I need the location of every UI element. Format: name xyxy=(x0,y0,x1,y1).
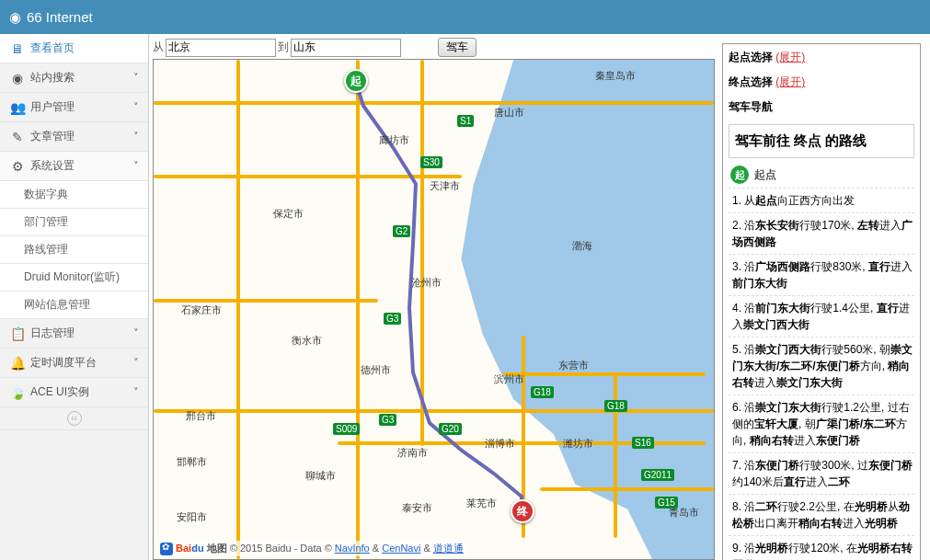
sidebar-item-4[interactable]: ⚙系统设置˅ xyxy=(0,152,148,181)
map-canvas[interactable]: 起 终 秦皇岛市唐山市廊坊市天津市保定市沧州市石家庄市衡水市德州市邢台市滨州市东… xyxy=(153,59,715,560)
nav-icon: ◉ xyxy=(9,71,26,86)
to-label: 到 xyxy=(278,40,289,55)
city-label: 秦皇岛市 xyxy=(595,69,636,83)
city-label: 莱芜市 xyxy=(466,497,497,510)
city-label: 天津市 xyxy=(430,179,460,193)
cennavi-link[interactable]: CenNavi xyxy=(382,543,420,554)
directions-panel: 起点选择 (展开) 终点选择 (展开) 驾车导航 驾车前往 终点 的路线 起 起… xyxy=(722,43,921,560)
route-title: 驾车前往 终点 的路线 xyxy=(729,124,914,158)
city-label: 聊城市 xyxy=(305,469,336,483)
nav-icon: 🔔 xyxy=(9,356,26,371)
baidu-paw-icon xyxy=(160,543,173,555)
app-body: 🖥查看首页◉站内搜索˅👥用户管理˅✎文章管理˅⚙系统设置˅数据字典部门管理路线管… xyxy=(0,34,930,560)
daodaotong-link[interactable]: 道道通 xyxy=(433,543,464,554)
globe-icon: ◉ xyxy=(9,9,21,26)
chevron-down-icon: ˅ xyxy=(133,72,139,84)
step-item[interactable]: 从起点向正西方向出发 xyxy=(729,188,914,212)
end-marker[interactable]: 终 xyxy=(511,499,534,523)
nav-label-row: 驾车导航 xyxy=(729,99,914,115)
end-expand-link[interactable]: (展开) xyxy=(775,75,805,88)
nav-label: 日志管理 xyxy=(30,326,133,341)
sidebar-subitem-4-3[interactable]: Druid Monitor(监听) xyxy=(0,264,148,291)
from-input[interactable] xyxy=(166,39,276,57)
nav-icon: 🍃 xyxy=(9,385,26,400)
sidebar-item-7[interactable]: 🍃ACE UI实例˅ xyxy=(0,378,148,407)
highway-badge: S16 xyxy=(632,437,654,449)
map-copyright: Baidu 地图 © 2015 Baidu - Data © NavInfo &… xyxy=(157,541,466,556)
city-label: 保定市 xyxy=(273,207,304,221)
route-search-bar: 从 到 驾车 xyxy=(153,38,715,57)
sidebar-item-6[interactable]: 🔔定时调度平台˅ xyxy=(0,349,148,378)
highway-badge: G2 xyxy=(393,225,410,237)
city-label: 安阳市 xyxy=(177,510,207,524)
start-marker[interactable]: 起 xyxy=(344,69,368,93)
sidebar-subitem-4-1[interactable]: 部门管理 xyxy=(0,209,148,236)
chevron-down-icon: ˅ xyxy=(133,101,139,113)
nav-icon: 🖥 xyxy=(9,41,26,56)
highway-badge: G15 xyxy=(655,497,678,509)
drive-button[interactable]: 驾车 xyxy=(438,38,476,57)
sidebar-item-3[interactable]: ✎文章管理˅ xyxy=(0,122,148,152)
city-label: 渤海 xyxy=(572,239,592,253)
to-input[interactable] xyxy=(291,39,401,57)
end-select-row: 终点选择 (展开) xyxy=(729,74,914,90)
nav-label: 查看首页 xyxy=(30,40,139,56)
step-item[interactable]: 沿二环行驶2.2公里, 在光明桥从劲松桥出口离开稍向右转进入光明桥 xyxy=(729,494,914,535)
step-item[interactable]: 沿东长安街行驶170米, 左转进入广场西侧路 xyxy=(729,212,914,254)
city-label: 泰安市 xyxy=(402,501,432,515)
highway-badge: G3 xyxy=(379,414,396,426)
step-item[interactable]: 沿崇文门西大街行驶560米, 朝崇文门东大街/东二环/东便门桥方向, 稍向右转进… xyxy=(729,337,914,394)
step-item[interactable]: 沿崇文门东大街行驶1.2公里, 过右侧的宝轩大厦, 朝广渠门桥/东二环方向, 稍… xyxy=(729,394,914,452)
step-item[interactable]: 沿广场西侧路行驶830米, 直行进入前门东大街 xyxy=(729,254,914,295)
map-area: 从 到 驾车 xyxy=(149,34,715,560)
city-label: 德州市 xyxy=(361,363,391,377)
nav-label: 文章管理 xyxy=(30,129,133,144)
step-item[interactable]: 沿光明桥行驶120米, 在光明桥右转匝道 xyxy=(729,535,914,560)
start-expand-link[interactable]: (展开) xyxy=(775,51,805,63)
from-label: 从 xyxy=(153,40,164,55)
city-label: 滨州市 xyxy=(494,372,524,386)
city-label: 廊坊市 xyxy=(379,133,409,147)
sidebar-item-2[interactable]: 👥用户管理˅ xyxy=(0,93,148,122)
chevron-down-icon: ˅ xyxy=(133,386,139,398)
highway-badge: S1 xyxy=(457,115,474,127)
city-label: 石家庄市 xyxy=(181,303,222,317)
chevron-down-icon: ˅ xyxy=(133,160,139,172)
city-label: 唐山市 xyxy=(494,106,524,120)
highway-badge: S009 xyxy=(333,423,360,435)
city-label: 邯郸市 xyxy=(177,455,207,469)
chevron-down-icon: ˅ xyxy=(133,131,139,143)
route-start-row: 起 起点 xyxy=(729,162,914,188)
nav-label: 定时调度平台 xyxy=(30,355,133,371)
nav-label: 用户管理 xyxy=(30,99,133,115)
city-label: 邢台市 xyxy=(186,409,216,423)
sidebar-item-0[interactable]: 🖥查看首页 xyxy=(0,34,148,63)
start-select-row: 起点选择 (展开) xyxy=(729,50,914,65)
highway-badge: G3 xyxy=(384,313,401,325)
city-label: 淄博市 xyxy=(485,437,515,451)
route-svg xyxy=(154,60,714,559)
city-label: 潍坊市 xyxy=(563,437,593,451)
sidebar-collapse-button[interactable]: ‹‹ xyxy=(0,407,148,430)
sidebar-subitem-4-2[interactable]: 路线管理 xyxy=(0,236,148,264)
nav-icon: ⚙ xyxy=(9,159,26,174)
nav-icon: 👥 xyxy=(9,100,26,115)
highway-badge: G20 xyxy=(439,423,462,435)
nav-icon: 📋 xyxy=(9,326,26,341)
city-label: 沧州市 xyxy=(411,276,442,290)
app-title: 66 Internet xyxy=(27,9,93,25)
highway-badge: G2011 xyxy=(641,469,674,481)
sidebar-item-1[interactable]: ◉站内搜索˅ xyxy=(0,63,148,93)
highway-badge: S30 xyxy=(420,156,442,168)
main-content: 从 到 驾车 xyxy=(149,34,930,560)
navinfo-link[interactable]: NavInfo xyxy=(335,543,370,554)
sidebar-item-5[interactable]: 📋日志管理˅ xyxy=(0,319,148,349)
nav-icon: ✎ xyxy=(9,130,26,144)
nav-label: 站内搜索 xyxy=(30,70,133,86)
sidebar-subitem-4-0[interactable]: 数据字典 xyxy=(0,181,148,209)
start-badge-icon: 起 xyxy=(730,166,749,184)
step-item[interactable]: 沿东便门桥行驶300米, 过东便门桥约140米后直行进入二环 xyxy=(729,452,914,494)
steps-list: 从起点向正西方向出发沿东长安街行驶170米, 左转进入广场西侧路沿广场西侧路行驶… xyxy=(729,188,914,560)
step-item[interactable]: 沿前门东大街行驶1.4公里, 直行进入崇文门西大街 xyxy=(729,295,914,337)
sidebar-subitem-4-4[interactable]: 网站信息管理 xyxy=(0,291,148,319)
